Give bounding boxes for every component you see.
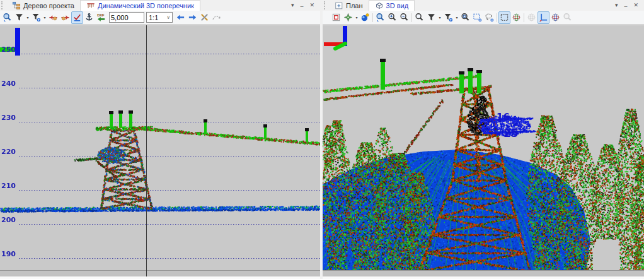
axes-view-icon[interactable] [538,11,549,24]
minimize-icon[interactable]: – [300,4,303,9]
toolbar-separator [372,13,373,22]
view-3d-panel: План 3D вид ▾ – ✕ ▾▾▾ 1625 [323,0,644,279]
smoothing-curve-icon[interactable] [210,11,222,24]
settings-tools-icon[interactable] [198,11,210,24]
annotation-label: 25 [503,127,519,140]
cross-section-toolbar: ▾▾1:1∨ [0,11,320,25]
apply-section-toggle-icon[interactable] [71,11,83,24]
scale-ratio-value: 1:1 [149,14,158,21]
tab-label: Динамический 3D поперечник [98,2,194,9]
next-section-icon[interactable] [187,11,198,24]
application-window: Дерево проекта Динамический 3D поперечни… [0,0,644,279]
window-controls: ▾ – ✕ [291,0,320,11]
orbit-z-icon[interactable] [549,11,561,24]
project-tree-icon [12,1,21,10]
panel-drag-grip[interactable] [1,1,5,9]
view-3d-canvas[interactable] [323,25,644,271]
cross-section-tabbar: Дерево проекта Динамический 3D поперечни… [0,0,320,11]
filter-icon[interactable] [13,11,25,24]
filter-dropdown-icon[interactable]: ▾ [25,15,30,20]
horizontal-scrollbar[interactable] [323,270,644,276]
cross-section-viewport: 250240230220210200190 [0,25,320,271]
horizontal-scrollbar[interactable] [0,270,320,276]
tab-3d-view[interactable]: 3D вид [369,0,415,11]
section-width-input[interactable] [109,12,144,23]
toolbar-separator [497,13,497,22]
tab-label: 3D вид [386,2,409,9]
cross-section-icon [86,1,95,10]
annotation-label: 16 [497,112,510,123]
zoom-dynamic-icon[interactable] [1,11,13,24]
elevation-label: 200 [1,216,16,224]
elevation-label: 240 [1,80,16,88]
elevation-label: 190 [1,250,16,258]
orbit-view-icon[interactable] [510,11,522,24]
chevron-down-icon: ∨ [166,15,170,20]
rotation-mode-dropdown-icon[interactable]: ▾ [354,15,359,20]
zoom-dynamic-icon[interactable] [374,11,386,24]
filter-add-dropdown-icon[interactable]: ▾ [42,15,47,20]
panel-drag-grip[interactable] [324,1,328,9]
panel-footer [323,276,644,279]
elevation-label: 210 [1,182,16,190]
close-icon[interactable]: ✕ [309,3,314,8]
window-controls: ▾ – ✕ [615,0,644,11]
panel-menu-icon[interactable]: ▾ [291,3,294,8]
tab-label: План [346,2,363,9]
tab-plan[interactable]: План [329,0,369,11]
measure-right-edge-icon[interactable] [59,11,71,24]
close-icon[interactable]: ✕ [633,3,638,8]
zoom-selection-icon[interactable] [459,11,471,24]
toolbar-separator [411,13,412,22]
cross-section-panel: Дерево проекта Динамический 3D поперечни… [0,0,320,279]
anchor-icon[interactable] [83,11,95,24]
view-3d-icon [375,1,384,10]
panel-menu-icon[interactable]: ▾ [615,3,618,8]
scale-ratio-select[interactable]: 1:1∨ [146,12,173,23]
panel-footer [0,276,320,279]
view-3d-toolbar: ▾▾▾ [323,11,644,25]
dxf-export-icon[interactable] [95,11,107,24]
point-display-icon[interactable] [359,11,371,24]
zoom-in-icon[interactable] [386,11,398,24]
toolbar-separator [524,13,524,22]
view-3d-tabbar: План 3D вид ▾ – ✕ [323,0,644,11]
filter-dropdown-icon[interactable]: ▾ [437,15,442,20]
rotation-mode-icon[interactable] [342,11,354,24]
tab-project-tree[interactable]: Дерево проекта [6,0,80,11]
zoom-window-icon[interactable] [413,11,425,24]
plan-icon [335,1,343,10]
tab-dynamic-cross-section[interactable]: Динамический 3D поперечник [80,0,200,11]
cross-section-view-canvas[interactable] [0,25,320,271]
select-rectangle-add-icon[interactable] [471,11,483,24]
view-3d-viewport: 1625 [323,25,644,271]
filter-add-dropdown-icon[interactable]: ▾ [454,15,459,20]
elevation-label: 230 [1,114,16,122]
filter-add-icon[interactable] [30,11,42,24]
filter-add-icon[interactable] [442,11,454,24]
tab-label: Дерево проекта [23,2,74,9]
select-lasso-add-icon[interactable] [483,11,495,24]
measure-left-edge-icon[interactable] [47,11,59,24]
elevation-label: 220 [1,148,16,156]
filter-icon[interactable] [425,11,437,24]
minimize-icon[interactable]: – [624,4,627,9]
zoom-out-icon[interactable] [398,11,410,24]
free-orbit-icon[interactable] [526,11,538,24]
elevation-label: 250 [1,45,16,54]
clip-box-icon[interactable] [330,11,342,24]
section-cursor-line[interactable] [146,25,147,276]
previous-section-icon[interactable] [175,11,187,24]
zoom-extents-icon[interactable] [498,11,510,24]
zoom-locked-icon[interactable] [561,11,573,24]
